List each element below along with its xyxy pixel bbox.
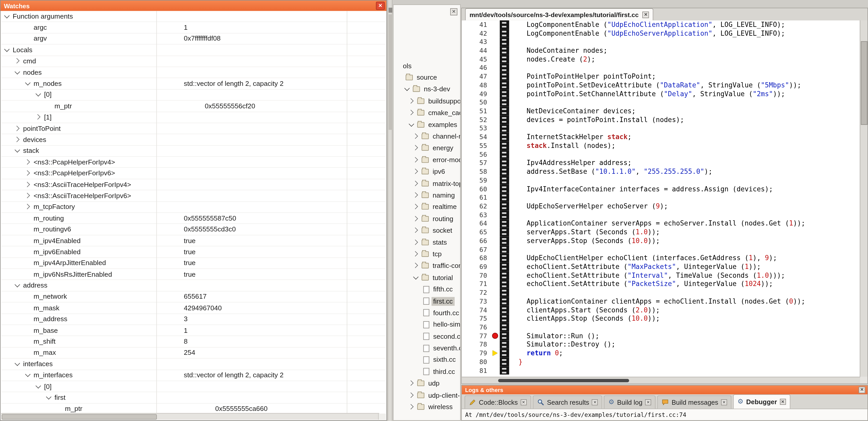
breakpoint-margin[interactable] bbox=[492, 271, 500, 280]
breakpoint-margin[interactable] bbox=[492, 262, 500, 271]
code-text[interactable]: Simulator::Destroy (); bbox=[509, 341, 615, 348]
code-text[interactable]: echoClient.SetAttribute ("MaxPackets", U… bbox=[509, 263, 761, 271]
watches-vscroll-thumb[interactable] bbox=[389, 14, 393, 130]
watch-row-Locals[interactable]: Locals bbox=[1, 45, 386, 56]
breakpoint-margin[interactable] bbox=[492, 245, 500, 254]
tree-item-ns-3-dev[interactable]: ns-3-dev bbox=[394, 84, 460, 95]
watch-row-stack[interactable]: stack bbox=[1, 145, 386, 157]
watches-titlebar[interactable]: Watches ✕ bbox=[1, 1, 386, 11]
expand-icon[interactable] bbox=[409, 404, 414, 410]
watch-row-ns3PcapHelperForIpv4[interactable]: <ns3::PcapHelperForIpv4> bbox=[1, 157, 386, 168]
logs-tab-search-results[interactable]: Search results✕ bbox=[533, 395, 602, 409]
tree-item-routing[interactable]: routing bbox=[394, 213, 460, 224]
code-text[interactable]: return 0; bbox=[509, 349, 563, 357]
code-line-73[interactable]: 73 ApplicationContainer clientApps = ech… bbox=[462, 297, 867, 305]
line-number[interactable]: 64 bbox=[462, 220, 492, 227]
tree-item-traffic-contro[interactable]: traffic-contro bbox=[394, 260, 460, 271]
code-line-70[interactable]: 70 echoClient.SetAttribute ("Interval", … bbox=[462, 271, 867, 280]
logs-tab-build-log[interactable]: ⚙Build log✕ bbox=[604, 395, 655, 409]
editor-hscroll-thumb[interactable] bbox=[498, 379, 629, 382]
breakpoint-margin[interactable] bbox=[492, 64, 500, 72]
code-line-58[interactable]: 58 address.SetBase ("10.1.1.0", "255.255… bbox=[462, 167, 867, 176]
collapse-icon[interactable] bbox=[15, 148, 20, 154]
expand-icon[interactable] bbox=[25, 159, 31, 165]
code-line-55[interactable]: 55 stack.Install (nodes); bbox=[462, 141, 867, 150]
collapse-icon[interactable] bbox=[4, 47, 10, 53]
code-text[interactable]: Simulator::Run (); bbox=[509, 332, 599, 340]
logs-tab-debugger[interactable]: ⚙Debugger✕ bbox=[733, 394, 790, 409]
tree-item-third.cc[interactable]: third.cc bbox=[394, 366, 460, 378]
breakpoint-margin[interactable] bbox=[492, 288, 500, 297]
line-number[interactable]: 70 bbox=[462, 271, 492, 279]
tree-item-udp[interactable]: udp bbox=[394, 378, 460, 389]
line-number[interactable]: 74 bbox=[462, 306, 492, 314]
breakpoint-margin[interactable] bbox=[492, 115, 500, 124]
code-line-49[interactable]: 49 pointToPoint.SetChannelAttribute ("De… bbox=[462, 90, 867, 98]
code-text[interactable]: Ipv4AddressHelper address; bbox=[509, 159, 631, 167]
code-line-67[interactable]: 67 bbox=[462, 245, 867, 254]
code-text[interactable]: clientApps.Start (Seconds (2.0)); bbox=[509, 306, 660, 314]
logs-tab-close-icon[interactable]: ✕ bbox=[645, 399, 651, 405]
logs-tab-close-icon[interactable]: ✕ bbox=[592, 399, 598, 405]
line-number[interactable]: 59 bbox=[462, 176, 492, 184]
editor-horizontal-scrollbar[interactable] bbox=[462, 377, 860, 384]
code-line-80[interactable]: 80} bbox=[462, 357, 867, 366]
code-line-62[interactable]: 62 UdpEchoServerHelper echoServer (9); bbox=[462, 202, 867, 210]
code-line-51[interactable]: 51 NetDeviceContainer devices; bbox=[462, 107, 867, 115]
breakpoint-margin[interactable] bbox=[492, 314, 500, 323]
watch-row-m_nodes[interactable]: m_nodesstd::vector of length 2, capacity… bbox=[1, 78, 386, 90]
breakpoint-margin[interactable] bbox=[492, 72, 500, 81]
watch-row-devices[interactable]: devices bbox=[1, 134, 386, 145]
tree-item-fourth.cc[interactable]: fourth.cc bbox=[394, 307, 460, 319]
line-number[interactable]: 44 bbox=[462, 47, 492, 55]
line-number[interactable]: 52 bbox=[462, 116, 492, 124]
expand-icon[interactable] bbox=[413, 192, 419, 198]
breakpoint-margin[interactable] bbox=[492, 98, 500, 107]
breakpoint-margin[interactable] bbox=[492, 254, 500, 262]
watches-resize-corner[interactable] bbox=[378, 414, 386, 420]
breakpoint-margin[interactable] bbox=[492, 193, 500, 202]
code-line-63[interactable]: 63 bbox=[462, 210, 867, 219]
management-close-button[interactable]: ✕ bbox=[450, 8, 458, 15]
code-text[interactable]: stack.Install (nodes); bbox=[509, 142, 615, 150]
watch-row-m_base[interactable]: m_base1 bbox=[1, 325, 386, 336]
line-number[interactable]: 62 bbox=[462, 202, 492, 210]
watches-vertical-scrollbar[interactable] bbox=[388, 0, 392, 421]
watch-row-m_address[interactable]: m_address3 bbox=[1, 314, 386, 325]
collapse-icon[interactable] bbox=[25, 81, 31, 86]
tree-item-buildsupport[interactable]: buildsupport bbox=[394, 95, 460, 107]
line-number[interactable]: 50 bbox=[462, 99, 492, 106]
breakpoint-margin[interactable] bbox=[492, 185, 500, 193]
breakpoint-margin[interactable] bbox=[492, 323, 500, 331]
code-line-81[interactable]: 81 bbox=[462, 366, 867, 375]
watch-row-[0][interactable]: [0] bbox=[1, 381, 386, 392]
collapse-icon[interactable] bbox=[15, 70, 20, 75]
watch-row-m_ptr[interactable]: m_ptr0x55555556cf20 bbox=[1, 101, 386, 112]
expand-icon[interactable] bbox=[25, 182, 31, 187]
line-number[interactable]: 68 bbox=[462, 254, 492, 262]
tree-item-second.cc[interactable]: second.cc bbox=[394, 330, 460, 342]
code-text[interactable]: NetDeviceContainer devices; bbox=[509, 107, 636, 115]
tree-item-seventh.cc[interactable]: seventh.cc bbox=[394, 343, 460, 354]
expand-icon[interactable] bbox=[413, 239, 419, 245]
expand-icon[interactable] bbox=[413, 145, 419, 151]
expand-icon[interactable] bbox=[15, 126, 20, 131]
breakpoint-margin[interactable] bbox=[492, 55, 500, 63]
line-number[interactable]: 79 bbox=[462, 349, 492, 357]
watch-row-[1][interactable]: [1] bbox=[1, 112, 386, 123]
code-line-57[interactable]: 57 Ipv4AddressHelper address; bbox=[462, 159, 867, 167]
breakpoint-margin[interactable] bbox=[492, 124, 500, 133]
project-file-tree[interactable]: olssourcens-3-devbuildsupportcmake_cache… bbox=[394, 60, 460, 413]
watch-row-m_max[interactable]: m_max254 bbox=[1, 348, 386, 359]
watch-row-m_ipv4ArpJitterEnabled[interactable]: m_ipv4ArpJitterEnabledtrue bbox=[1, 258, 386, 269]
line-number[interactable]: 71 bbox=[462, 280, 492, 288]
code-line-44[interactable]: 44 NodeContainer nodes; bbox=[462, 46, 867, 55]
code-line-75[interactable]: 75 clientApps.Stop (Seconds (10.0)); bbox=[462, 314, 867, 323]
watch-row-address[interactable]: address bbox=[1, 280, 386, 291]
logs-tab-code-blocks[interactable]: Code::Blocks✕ bbox=[465, 395, 531, 409]
collapse-icon[interactable] bbox=[36, 384, 41, 389]
watch-row-ns3AsciiTraceHelperForIpv4[interactable]: <ns3::AsciiTraceHelperForIpv4> bbox=[1, 179, 386, 190]
line-number[interactable]: 56 bbox=[462, 151, 492, 158]
code-line-59[interactable]: 59 bbox=[462, 176, 867, 184]
expand-icon[interactable] bbox=[413, 181, 419, 186]
